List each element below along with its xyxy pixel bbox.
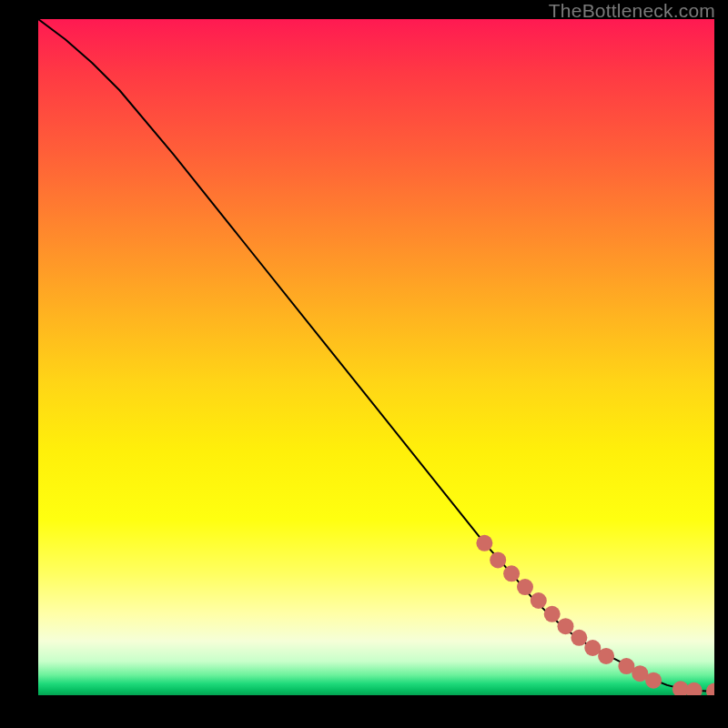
data-marker [490,551,506,568]
chart-overlay [38,19,714,695]
plot-area [38,19,714,695]
data-marker [645,672,662,689]
chart-frame: TheBottleneck.com [0,0,728,728]
bottleneck-curve [38,19,714,692]
data-marker [571,630,587,646]
data-marker [544,606,561,622]
data-marker [517,579,533,595]
data-marker [476,535,492,551]
data-marker [706,683,714,696]
data-marker [686,682,703,695]
data-marker [531,592,547,609]
data-marker [503,565,520,581]
marker-group [476,535,714,695]
data-marker [598,648,614,664]
data-marker [558,618,574,634]
